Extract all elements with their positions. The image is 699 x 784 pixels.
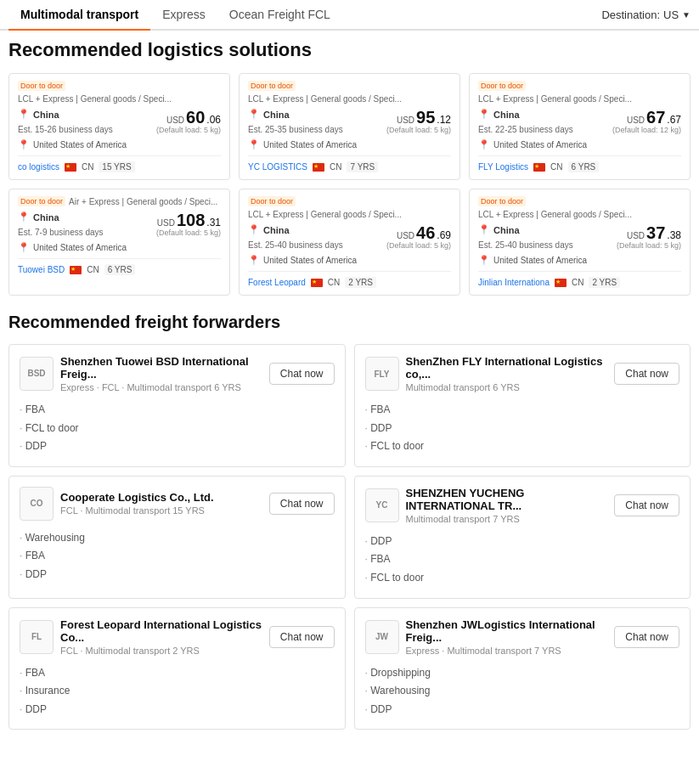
destination-selector[interactable]: Destination: US ▼ [601, 8, 691, 21]
cn-label: CN [82, 162, 93, 172]
service-item: FBA [365, 550, 680, 569]
logistics-card-2[interactable]: Door to door LCL + Express | General goo… [239, 73, 460, 180]
from-location: 📍 China [478, 109, 587, 120]
door-tag: Door to door [478, 81, 526, 91]
forwarder-meta: Express · Multimodal transport 7 YRS [406, 646, 615, 656]
yrs-badge: 6 YRS [104, 264, 136, 275]
forwarder-card-2: FLY ShenZhen FLY International Logistics… [354, 344, 691, 467]
forwarder-company-info: FLY ShenZhen FLY International Logistics… [365, 355, 615, 392]
chat-now-button[interactable]: Chat now [614, 626, 679, 648]
logistics-cards-grid: Door to door LCL + Express | General goo… [8, 73, 691, 296]
from-to: 📍 China Est. 22-25 business days 📍 Unite… [478, 109, 587, 150]
forwarder-card-top: FL Forest Leopard International Logistic… [20, 618, 335, 656]
forwarder-card-1: BSD Shenzhen Tuowei BSD International Fr… [8, 344, 346, 467]
default-load: (Default load: 5 kg) [144, 228, 221, 237]
logistics-card-4[interactable]: Door to door Air + Express | General goo… [8, 189, 230, 296]
price-row: USD 60.06 [144, 109, 221, 126]
to-country: United States of America [33, 140, 127, 149]
service-item: DDP [365, 420, 680, 438]
to-country: United States of America [493, 256, 587, 265]
pin-icon-from: 📍 [248, 224, 260, 235]
from-location: 📍 China [18, 109, 127, 120]
default-load: (Default load: 5 kg) [375, 126, 451, 134]
forwarder-meta: FCL · Multimodal transport 15 YRS [60, 505, 269, 516]
service-item: DDP [20, 701, 335, 719]
logistics-card-6[interactable]: Door to door LCL + Express | General goo… [469, 189, 691, 296]
nav-express[interactable]: Express [150, 0, 217, 30]
price-integer: 108 [177, 212, 205, 228]
forwarder-details: SHENZHEN YUCHENG INTERNATIONAL TR... Mul… [406, 487, 615, 524]
from-city: China [263, 225, 290, 235]
forwarder-card-top: YC SHENZHEN YUCHENG INTERNATIONAL TR... … [365, 487, 680, 524]
pin-icon-to: 📍 [18, 242, 30, 253]
card-divider [18, 258, 221, 259]
logistics-card-5[interactable]: Door to door LCL + Express | General goo… [239, 189, 460, 296]
forwarder-logo: FLY [365, 357, 399, 391]
from-to: 📍 China Est. 7-9 business days 📍 United … [18, 212, 127, 253]
company-row: co logistics CN 15 YRS [18, 161, 221, 172]
forwarder-details: Shenzhen JWLogistics International Freig… [406, 618, 615, 656]
forwarder-services: FBAFCL to doorDDP [20, 401, 335, 456]
forwarder-services: DDPFBAFCL to door [365, 533, 680, 588]
forwarder-card-top: CO Cooperate Logistics Co., Ltd. FCL · M… [20, 487, 335, 521]
default-load: (Default load: 12 kg) [605, 126, 681, 134]
card-header: Door to door LCL + Express | General goo… [478, 81, 681, 104]
cn-flag-icon [533, 163, 545, 172]
card-header: Door to door LCL + Express | General goo… [478, 196, 681, 219]
chat-now-button[interactable]: Chat now [614, 494, 679, 516]
price-decimal: .67 [667, 114, 681, 126]
from-city: China [33, 110, 59, 120]
from-to: 📍 China Est. 25-40 business days 📍 Unite… [248, 224, 357, 266]
door-tag: Door to door [18, 196, 65, 206]
services-label: LCL + Express | General goods / Speci... [18, 94, 172, 104]
from-location: 📍 China [18, 212, 127, 223]
forwarder-company-info: FL Forest Leopard International Logistic… [20, 618, 269, 656]
services-label: Air + Express | General goods / Speci... [69, 197, 217, 206]
to-location: 📍 United States of America [248, 139, 357, 150]
price-column: USD 60.06 (Default load: 5 kg) [144, 109, 221, 134]
route-row: 📍 China Est. 7-9 business days 📍 United … [18, 212, 221, 253]
from-location: 📍 China [248, 224, 357, 235]
from-location: 📍 China [248, 109, 357, 120]
forwarder-services: WarehousingFBADDP [20, 529, 335, 584]
logistics-card-3[interactable]: Door to door LCL + Express | General goo… [469, 73, 691, 180]
pin-icon-to: 📍 [18, 139, 30, 150]
pin-icon-from: 📍 [18, 109, 30, 120]
door-tag: Door to door [248, 196, 296, 206]
forwarders-grid: BSD Shenzhen Tuowei BSD International Fr… [8, 344, 691, 730]
to-location: 📍 United States of America [248, 255, 357, 266]
forwarder-card-top: BSD Shenzhen Tuowei BSD International Fr… [20, 355, 335, 392]
cn-flag-icon [311, 279, 323, 287]
price-row: USD 95.12 [375, 109, 451, 126]
logistics-card-1[interactable]: Door to door LCL + Express | General goo… [8, 73, 230, 180]
forwarder-services: DropshippingWarehousingDDP [365, 664, 680, 719]
forwarder-card-6: JW Shenzhen JWLogistics International Fr… [354, 607, 691, 730]
forwarder-meta: FCL · Multimodal transport 2 YRS [60, 646, 269, 656]
forwarder-card-4: YC SHENZHEN YUCHENG INTERNATIONAL TR... … [354, 476, 691, 599]
nav-ocean[interactable]: Ocean Freight FCL [217, 0, 342, 30]
price-decimal: .06 [206, 114, 221, 126]
price-row: USD 108.31 [144, 212, 221, 228]
service-item: DDP [365, 701, 680, 719]
price-row: USD 37.38 [605, 224, 681, 241]
company-row: FLY Logistics CN 6 YRS [478, 161, 681, 172]
nav-ocean-label: Ocean Freight FCL [229, 8, 330, 21]
from-city: China [493, 225, 520, 235]
cn-flag-icon [65, 163, 76, 172]
service-item: Insurance [20, 682, 335, 701]
cn-flag-icon [555, 279, 567, 287]
nav-multimodal[interactable]: Multimodal transport [8, 0, 150, 31]
to-location: 📍 United States of America [18, 242, 127, 253]
cn-flag-icon [313, 163, 324, 172]
chat-now-button[interactable]: Chat now [614, 363, 679, 385]
chat-now-button[interactable]: Chat now [269, 626, 335, 648]
chat-now-button[interactable]: Chat now [269, 363, 335, 385]
to-country: United States of America [493, 140, 587, 149]
forwarder-details: Cooperate Logistics Co., Ltd. FCL · Mult… [60, 491, 269, 516]
est-row: Est. 15-26 business days [18, 125, 127, 134]
services-label: LCL + Express | General goods / Speci... [478, 210, 632, 219]
forwarder-name: Forest Leopard International Logistics C… [60, 618, 269, 644]
price-currency: USD [627, 231, 645, 240]
chat-now-button[interactable]: Chat now [269, 493, 335, 515]
price-column: USD 37.38 (Default load: 5 kg) [605, 224, 681, 250]
